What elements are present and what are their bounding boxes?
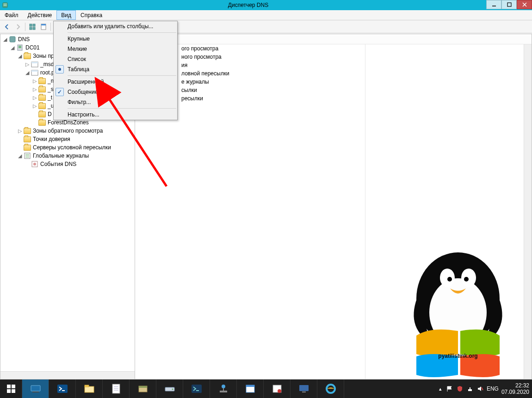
list-pane: ого просмотраного просмотраияловной пере… bbox=[135, 34, 532, 380]
tree-item-label: root.p bbox=[40, 69, 55, 76]
tree-item[interactable]: Точки доверия bbox=[0, 135, 135, 143]
folder-icon bbox=[38, 120, 46, 126]
svg-rect-51 bbox=[112, 384, 120, 393]
expand-icon[interactable]: ▷ bbox=[31, 95, 38, 101]
menu-item[interactable]: Фильтр... bbox=[54, 97, 177, 107]
svg-rect-56 bbox=[139, 386, 147, 388]
svg-rect-47 bbox=[57, 385, 68, 393]
svg-rect-12 bbox=[41, 24, 46, 25]
tree-item[interactable]: ◢Глобальные журналы bbox=[0, 152, 135, 160]
zone-icon bbox=[31, 61, 38, 68]
menu-item[interactable]: Мелкие bbox=[54, 44, 177, 54]
menu-item[interactable]: Расширенный bbox=[54, 77, 177, 87]
system-tray: ▴ ENG 22:32 07.09.2020 bbox=[435, 380, 532, 398]
menu-separator bbox=[68, 75, 176, 76]
task-powershell[interactable] bbox=[49, 380, 76, 398]
menu-action[interactable]: Действие bbox=[23, 10, 57, 20]
collapse-icon[interactable]: ◢ bbox=[24, 70, 31, 76]
list-item[interactable]: ловной пересылки bbox=[135, 69, 532, 78]
toolbar-separator bbox=[50, 23, 51, 31]
nav-back-button[interactable] bbox=[2, 22, 12, 32]
list-item-label: ого просмотра bbox=[181, 45, 218, 52]
title-bar: Диспетчер DNS bbox=[0, 0, 532, 10]
svg-rect-68 bbox=[299, 385, 309, 391]
list-item[interactable]: ия bbox=[135, 61, 532, 69]
menu-item-label: Настроить... bbox=[68, 111, 99, 118]
collapse-icon[interactable]: ◢ bbox=[16, 53, 24, 59]
maximize-button[interactable] bbox=[501, 0, 517, 9]
tree-item[interactable]: Серверы условной пересылки bbox=[0, 143, 135, 152]
collapse-icon[interactable]: ◢ bbox=[9, 45, 16, 51]
list-item[interactable]: е журналы bbox=[135, 78, 532, 86]
list-item[interactable]: ного просмотра bbox=[135, 53, 532, 61]
svg-rect-10 bbox=[33, 27, 35, 30]
task-powershell-ise[interactable] bbox=[183, 380, 210, 398]
svg-rect-22 bbox=[19, 46, 21, 47]
start-button[interactable] bbox=[0, 380, 22, 398]
task-dns-1[interactable] bbox=[237, 380, 264, 398]
tree-item-label: Серверы условной пересылки bbox=[33, 144, 111, 151]
menu-view[interactable]: Вид bbox=[56, 10, 76, 20]
menu-item[interactable]: Таблица bbox=[54, 64, 177, 74]
tray-flag-icon[interactable] bbox=[446, 385, 453, 392]
list-item-label: ия bbox=[181, 62, 187, 68]
list-scrollbar[interactable] bbox=[524, 44, 532, 379]
expand-icon[interactable]: ▷ bbox=[31, 78, 38, 84]
menu-file[interactable]: Файл bbox=[0, 10, 23, 20]
tray-network-icon[interactable] bbox=[466, 385, 474, 392]
tree-item-label: DNS bbox=[18, 36, 30, 43]
list-item[interactable]: сылки bbox=[135, 86, 532, 94]
expand-icon[interactable]: ▷ bbox=[31, 103, 38, 109]
menu-item[interactable]: Добавить или удалить столбцы... bbox=[54, 21, 177, 31]
task-rdp[interactable] bbox=[291, 380, 317, 398]
menu-item-label: Расширенный bbox=[68, 79, 104, 85]
folder-icon bbox=[24, 136, 31, 142]
radio-checked-icon bbox=[56, 65, 64, 73]
collapse-icon[interactable]: ◢ bbox=[1, 37, 9, 43]
list-item[interactable]: ресылки bbox=[135, 94, 532, 103]
task-ie[interactable] bbox=[317, 380, 344, 398]
folder-icon bbox=[38, 78, 46, 84]
collapse-icon[interactable]: ◢ bbox=[16, 153, 24, 159]
menu-item[interactable]: Крупные bbox=[54, 34, 177, 44]
svg-rect-40 bbox=[7, 385, 11, 388]
menu-item[interactable]: Сообщение bbox=[54, 87, 177, 97]
menu-separator bbox=[68, 32, 176, 33]
svg-rect-42 bbox=[7, 389, 11, 393]
svg-point-36 bbox=[440, 269, 455, 287]
expand-icon[interactable]: ▷ bbox=[24, 61, 31, 67]
task-notepad[interactable] bbox=[103, 380, 130, 398]
tree-scrollbar[interactable] bbox=[0, 371, 135, 379]
dns-root-icon bbox=[9, 36, 16, 43]
expand-icon[interactable]: ▷ bbox=[16, 128, 24, 134]
task-registry[interactable] bbox=[130, 380, 156, 398]
toolbar-properties-icon[interactable] bbox=[38, 22, 49, 32]
toolbar-grid-icon[interactable] bbox=[27, 22, 37, 32]
tray-shield-icon[interactable] bbox=[456, 385, 464, 392]
task-servermanager[interactable] bbox=[22, 380, 49, 398]
svg-rect-62 bbox=[220, 391, 227, 392]
minimize-button[interactable] bbox=[486, 0, 501, 9]
menu-help[interactable]: Справка bbox=[76, 10, 107, 20]
task-drive[interactable] bbox=[156, 380, 183, 398]
tree-item[interactable]: События DNS bbox=[0, 160, 135, 168]
task-explorer[interactable] bbox=[76, 380, 103, 398]
tray-language[interactable]: ENG bbox=[487, 386, 499, 392]
expand-icon[interactable]: ▷ bbox=[31, 86, 38, 92]
svg-point-35 bbox=[429, 278, 487, 347]
list-item[interactable]: ого просмотра bbox=[135, 44, 532, 53]
tray-clock[interactable]: 22:32 07.09.2020 bbox=[501, 382, 529, 396]
tray-sound-icon[interactable] bbox=[476, 385, 484, 392]
svg-rect-46 bbox=[32, 392, 39, 392]
close-button[interactable] bbox=[517, 0, 532, 9]
menu-item[interactable]: Список bbox=[54, 54, 177, 64]
folder-icon bbox=[38, 103, 46, 109]
menu-item[interactable]: Настроить... bbox=[54, 110, 177, 120]
check-icon bbox=[56, 88, 64, 96]
nav-forward-button[interactable] bbox=[13, 22, 23, 32]
task-dns-2[interactable] bbox=[264, 380, 291, 398]
tree-item[interactable]: ▷Зоны обратного просмотра bbox=[0, 127, 135, 135]
tray-overflow-icon[interactable]: ▴ bbox=[438, 385, 443, 392]
task-network[interactable] bbox=[210, 380, 237, 398]
list-header[interactable] bbox=[135, 34, 532, 44]
